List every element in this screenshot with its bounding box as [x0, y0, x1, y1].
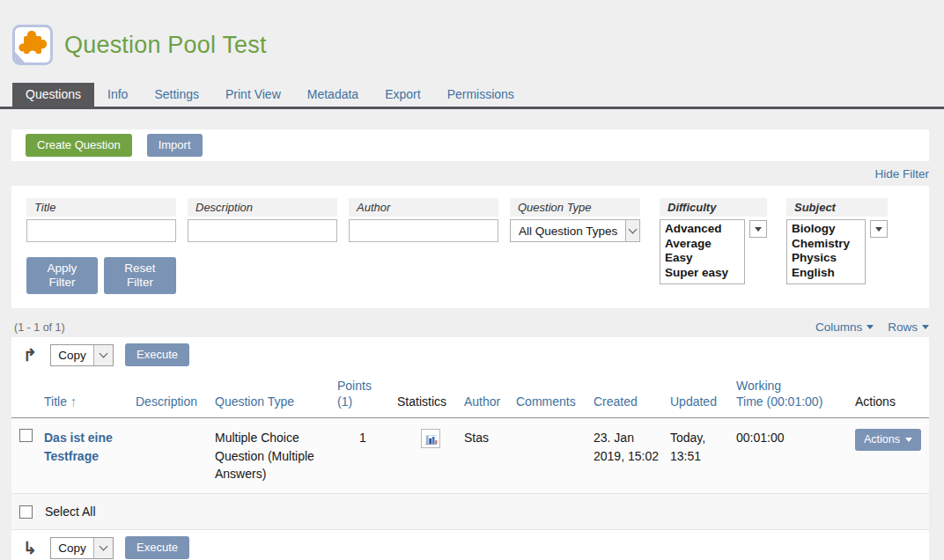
cell-working-time: 00:01:00: [736, 418, 855, 494]
tab-print-view[interactable]: Print View: [212, 83, 294, 107]
tab-info[interactable]: Info: [94, 83, 141, 107]
caret-down-icon: [922, 325, 929, 329]
execute-button-top[interactable]: Execute: [125, 343, 189, 366]
row-actions-button[interactable]: Actions: [855, 429, 921, 451]
caret-down-icon: [905, 438, 912, 442]
filter-question-type-label: Question Type: [510, 198, 640, 217]
reset-filter-button[interactable]: Reset Filter: [104, 257, 176, 294]
execute-button-bottom[interactable]: Execute: [125, 536, 189, 559]
column-header-working-time[interactable]: WorkingTime (00:01:00): [736, 372, 855, 418]
filter-toggle-row: Hide Filter: [11, 161, 929, 186]
columns-menu-button[interactable]: Columns: [815, 321, 874, 334]
filter-description-label: Description: [188, 198, 337, 217]
subject-dropdown-button[interactable]: [870, 220, 888, 238]
bulk-action-select-bottom[interactable]: Copy: [50, 537, 114, 559]
question-pool-icon: [12, 25, 53, 65]
subject-multiselect: Biology Chemistry Physics English: [786, 219, 888, 284]
cell-question-type: Multiple Choice Question (Multiple Answe…: [215, 418, 337, 494]
cell-created: 23. Jan 2019, 15:02: [594, 418, 670, 494]
column-header-created[interactable]: Created: [594, 372, 670, 418]
difficulty-option[interactable]: Average: [665, 237, 739, 252]
select-all-checkbox[interactable]: [19, 505, 33, 519]
difficulty-dropdown-button[interactable]: [749, 220, 767, 238]
question-table: Title ↑ Description Question Type Points…: [11, 372, 929, 494]
bulk-action-row-bottom: ↳ Copy Execute: [11, 530, 929, 560]
import-button[interactable]: Import: [147, 134, 203, 157]
cell-updated: Today, 13:51: [670, 418, 736, 494]
select-all-label: Select All: [45, 505, 96, 519]
filter-group-question-type: Question Type All Question Types: [510, 198, 640, 242]
tab-questions[interactable]: Questions: [12, 83, 94, 107]
column-header-question-type[interactable]: Question Type: [215, 372, 337, 418]
result-range-top: (1 - 1 of 1): [11, 321, 65, 334]
tab-permissions[interactable]: Permissions: [434, 83, 527, 107]
sort-ascending-icon: ↑: [70, 394, 77, 409]
column-header-points[interactable]: Points (1): [337, 372, 397, 418]
cell-author: Stas: [464, 418, 516, 494]
table-row: Das ist eine Testfrage Multiple Choice Q…: [11, 418, 929, 494]
tab-bar: Questions Info Settings Print View Metad…: [0, 83, 944, 109]
filter-actions: Apply Filter Reset Filter: [26, 257, 176, 294]
table-header-row: Title ↑ Description Question Type Points…: [11, 372, 929, 418]
row-checkbox[interactable]: [19, 429, 33, 442]
tab-export[interactable]: Export: [372, 83, 433, 107]
subject-option[interactable]: Chemistry: [792, 237, 859, 252]
object-header: Question Pool Test: [0, 0, 944, 83]
column-header-actions: Actions: [855, 372, 929, 418]
subject-option[interactable]: Biology: [792, 222, 859, 237]
filter-subject-label: Subject: [786, 198, 888, 217]
tab-metadata[interactable]: Metadata: [294, 83, 372, 107]
cell-comments: [516, 418, 594, 494]
column-header-title[interactable]: Title ↑: [44, 372, 136, 418]
toolbar: Create Question Import: [11, 129, 929, 161]
chevron-down-icon: [93, 538, 113, 558]
table-view-options: Columns Rows: [815, 321, 929, 334]
create-question-button[interactable]: Create Question: [26, 134, 132, 157]
filter-group-difficulty: Difficulty Advanced Average Easy Super e…: [660, 198, 767, 284]
question-type-selected-value: All Question Types: [511, 220, 625, 241]
filter-author-label: Author: [349, 198, 498, 217]
subject-option[interactable]: English: [792, 266, 859, 281]
bulk-action-select-top[interactable]: Copy: [50, 344, 114, 366]
header-checkbox-spacer: [11, 372, 44, 418]
rows-menu-button[interactable]: Rows: [888, 321, 929, 334]
arrow-up-right-icon: ↱: [23, 347, 39, 364]
filter-panel: Title Apply Filter Reset Filter Descript…: [11, 186, 929, 308]
hide-filter-link[interactable]: Hide Filter: [874, 167, 929, 181]
question-table-box: ↱ Copy Execute Title ↑ Descr: [11, 337, 929, 560]
filter-group-subject: Subject Biology Chemistry Physics Englis…: [786, 198, 888, 284]
column-header-description[interactable]: Description: [136, 372, 215, 418]
tab-settings[interactable]: Settings: [141, 83, 212, 107]
difficulty-options-list[interactable]: Advanced Average Easy Super easy: [660, 219, 745, 284]
cell-description: [136, 418, 215, 494]
difficulty-option[interactable]: Super easy: [665, 266, 739, 281]
page-title: Question Pool Test: [64, 32, 267, 59]
arrow-down-right-icon: ↳: [23, 540, 39, 556]
statistics-icon[interactable]: [421, 429, 440, 448]
filter-group-author: Author: [349, 198, 498, 242]
caret-down-icon: [867, 325, 874, 329]
subject-option[interactable]: Physics: [792, 251, 859, 266]
column-header-author[interactable]: Author: [464, 372, 516, 418]
filter-title-input[interactable]: [26, 219, 176, 242]
filter-description-input[interactable]: [188, 219, 337, 242]
column-header-updated[interactable]: Updated: [670, 372, 736, 418]
difficulty-option[interactable]: Advanced: [665, 222, 739, 237]
difficulty-option[interactable]: Easy: [665, 251, 739, 266]
column-header-comments[interactable]: Comments: [516, 372, 594, 418]
question-type-select[interactable]: All Question Types: [510, 219, 640, 242]
column-header-statistics: Statistics: [397, 372, 464, 418]
difficulty-multiselect: Advanced Average Easy Super easy: [660, 219, 767, 284]
question-title-link[interactable]: Das ist eine Testfrage: [44, 431, 113, 462]
table-range-row: (1 - 1 of 1) Columns Rows: [11, 321, 929, 334]
filter-group-title: Title Apply Filter Reset Filter: [26, 198, 176, 294]
filter-difficulty-label: Difficulty: [660, 198, 767, 217]
filter-group-description: Description: [188, 198, 337, 242]
chevron-down-icon: [93, 345, 113, 365]
bulk-action-row-top: ↱ Copy Execute: [11, 337, 929, 372]
apply-filter-button[interactable]: Apply Filter: [26, 257, 98, 294]
chevron-down-icon: [625, 220, 639, 241]
filter-author-input[interactable]: [349, 219, 498, 242]
cell-points: 1: [337, 418, 397, 494]
subject-options-list[interactable]: Biology Chemistry Physics English: [786, 219, 866, 284]
